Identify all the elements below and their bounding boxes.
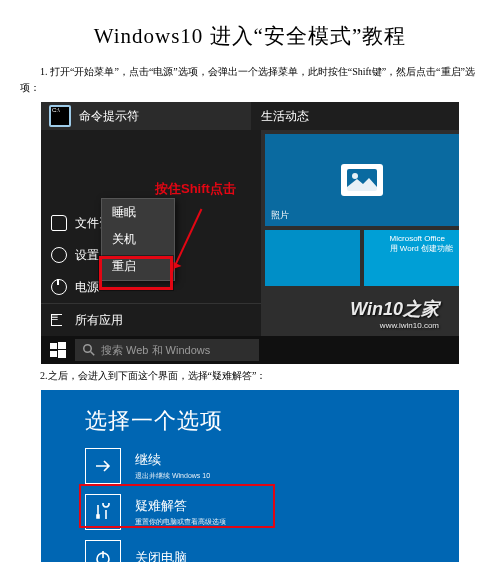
tile-office-title: Microsoft Office: [390, 234, 453, 244]
power-icon: [85, 540, 121, 562]
taskbar-search-placeholder: 搜索 Web 和 Windows: [101, 343, 210, 358]
watermark: Win10之家 www.iwin10.com: [350, 297, 439, 330]
option-continue-title: 继续: [135, 451, 210, 469]
svg-line-7: [91, 352, 95, 356]
svg-rect-5: [58, 350, 66, 358]
tiles-group-header: 生活动态: [251, 102, 459, 130]
tile-generic[interactable]: [265, 230, 360, 286]
tile-office[interactable]: Microsoft Office 用 Word 创建功能: [364, 230, 459, 286]
window-title-text: 命令提示符: [79, 108, 139, 125]
svg-rect-4: [50, 351, 57, 357]
svg-point-6: [84, 345, 92, 353]
option-troubleshoot-title: 疑难解答: [135, 497, 226, 515]
screenshot-recovery-options: 选择一个选项 继续 退出并继续 Windows 10 疑难解答 重置你的电脑或查…: [41, 390, 459, 562]
step-2-text: 2.之后，会进入到下面这个界面，选择“疑难解答”：: [20, 368, 480, 384]
option-continue[interactable]: 继续 退出并继续 Windows 10: [85, 448, 385, 484]
cmd-icon: [49, 105, 71, 127]
power-option-restart[interactable]: 重启: [102, 253, 174, 280]
power-option-shutdown[interactable]: 关机: [102, 226, 174, 253]
start-button[interactable]: [41, 336, 75, 364]
svg-rect-2: [50, 343, 57, 349]
taskbar-search[interactable]: 搜索 Web 和 Windows: [75, 339, 259, 361]
power-option-sleep[interactable]: 睡眠: [102, 199, 174, 226]
tile-photos-label: 照片: [271, 209, 289, 222]
search-icon: [83, 344, 95, 356]
svg-point-1: [352, 173, 358, 179]
option-troubleshoot-sub: 重置你的电脑或查看高级选项: [135, 517, 226, 527]
callout-text: 按住Shift点击: [155, 180, 236, 198]
step-1-text: 1. 打开“开始菜单”，点击“电源”选项，会弹出一个选择菜单，此时按住“Shif…: [20, 64, 480, 96]
arrow-right-icon: [85, 448, 121, 484]
sidebar-item-all-apps[interactable]: 所有应用: [41, 303, 261, 336]
option-shutdown-title: 关闭电脑: [135, 549, 187, 562]
power-flyout: 睡眠 关机 重启: [101, 198, 175, 281]
svg-rect-3: [58, 342, 66, 349]
windows-logo-icon: [50, 342, 66, 358]
taskbar: 搜索 Web 和 Windows: [41, 336, 459, 364]
screenshot-start-menu: 命令提示符 生活动态 照片 Microsoft Office 用 Word 创建…: [41, 102, 459, 364]
picture-icon: [347, 169, 377, 191]
tile-office-sub: 用 Word 创建功能: [390, 244, 453, 254]
option-shutdown[interactable]: 关闭电脑: [85, 540, 385, 562]
option-continue-sub: 退出并继续 Windows 10: [135, 471, 210, 481]
page-title: Windows10 进入“安全模式”教程: [20, 22, 480, 50]
tile-photos[interactable]: 照片: [265, 134, 459, 226]
option-troubleshoot[interactable]: 疑难解答 重置你的电脑或查看高级选项: [85, 494, 385, 530]
recovery-heading: 选择一个选项: [85, 406, 459, 436]
tools-icon: [85, 494, 121, 530]
